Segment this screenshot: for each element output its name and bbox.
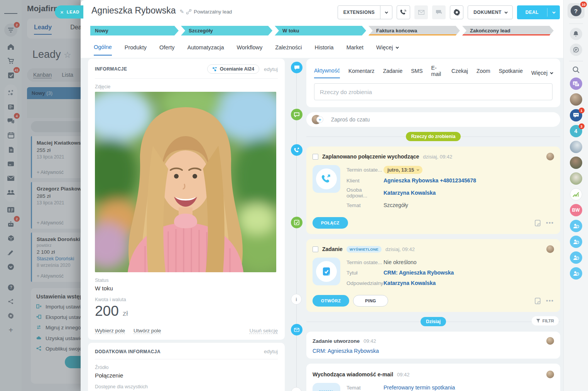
tab-sms[interactable]: SMS	[411, 68, 422, 78]
close-icon[interactable]: ×	[60, 9, 64, 15]
person-clock-avatar[interactable]	[570, 220, 582, 232]
tab-more[interactable]: Więcej	[531, 70, 553, 76]
lead-slider-tab[interactable]: × LEAD	[55, 5, 83, 19]
stage-faktura[interactable]: Faktura końcowa	[368, 26, 460, 35]
status-value[interactable]: W toku	[95, 285, 278, 292]
tab-wiecej[interactable]: Więcej	[376, 44, 398, 55]
responsible-link[interactable]: Katarzyna Kowalska	[384, 280, 436, 286]
complete-checkbox[interactable]	[313, 246, 318, 252]
ping-button[interactable]: PING	[353, 295, 388, 307]
email-subject-link[interactable]: Preferowany termin spotkania	[384, 384, 455, 391]
task-created-entry: Zadanie utworzone 09:42 CRM: Agnieszka R…	[306, 332, 560, 359]
amount-value[interactable]: 200	[95, 303, 119, 319]
chat-avatar[interactable]	[570, 141, 582, 153]
avatar[interactable]	[546, 371, 554, 378]
dokument-button[interactable]: DOKUMENT	[468, 5, 513, 19]
responsible-link[interactable]: Katarzyna Kowalska	[384, 190, 436, 196]
tab-workflowy[interactable]: Workflowy	[237, 44, 263, 55]
detail-tabs: Ogólne Produkty Oferty Automatyzacja Wor…	[81, 35, 563, 56]
lead-detail-panel: Agnieszka Rybowska ✎ Powtarzalny lead EX…	[81, 0, 563, 391]
help-button[interactable]: ? 10	[568, 3, 585, 19]
client-link[interactable]: Agnieszka Rybowska +48012345678	[384, 177, 476, 184]
tab-market[interactable]: Market	[346, 44, 363, 55]
tab-zoom[interactable]: Zoom	[476, 68, 490, 78]
more-actions-icon[interactable]: •••	[546, 220, 554, 226]
chat-avatar[interactable]	[570, 172, 582, 185]
edit-link[interactable]: edytuj	[264, 66, 278, 72]
tab-czekaj[interactable]: Czekaj	[451, 68, 468, 78]
chat-button[interactable]	[432, 5, 446, 19]
create-field-link[interactable]: Utwórz pole	[133, 328, 161, 334]
tab-produkty[interactable]: Produkty	[125, 44, 147, 55]
tab-zaleznosci[interactable]: Zależności	[275, 44, 302, 55]
tab-aktywnosc[interactable]: Aktywność	[314, 67, 340, 78]
complete-checkbox[interactable]	[313, 154, 318, 160]
extensions-button[interactable]: EXTENSIONS	[338, 5, 392, 19]
avatar[interactable]	[546, 153, 554, 160]
viewed-badge: WYŚWIETLONE	[346, 246, 382, 253]
stage-w-toku[interactable]: W toku	[275, 26, 366, 35]
todo-divider: Rzeczy do zrobienia	[306, 132, 560, 141]
counter-avatar[interactable]: 4 3	[570, 125, 582, 137]
filter-button[interactable]: FILTR	[532, 316, 559, 325]
invite-to-chat[interactable]: + Zaproś do czatu	[306, 112, 560, 127]
call-button[interactable]	[397, 5, 410, 19]
chat-avatar[interactable]	[570, 157, 582, 169]
settings-gear-button[interactable]	[450, 5, 463, 19]
source-value[interactable]: Połączenie	[95, 372, 278, 379]
contact-center-avatar[interactable]	[570, 78, 582, 90]
email-tile-icon	[313, 383, 340, 391]
link-icon[interactable]	[186, 9, 191, 14]
tab-oferty[interactable]: Oferty	[159, 44, 174, 55]
lead-photo	[95, 92, 276, 272]
user-avatar[interactable]	[570, 93, 582, 106]
tab-komentarz[interactable]: Komentarz	[348, 68, 375, 78]
stage-nowy[interactable]: Nowy	[90, 26, 179, 35]
ai-scoring-button[interactable]: Ocenianie AI24	[207, 64, 259, 74]
deal-button[interactable]: DEAL	[517, 5, 560, 19]
info-section: INFORMACJE Ocenianie AI24 edytuj Zdjęcie	[88, 59, 285, 340]
tab-zadanie[interactable]: Zadanie	[383, 68, 403, 78]
group-chat-avatar[interactable]: 1	[570, 109, 582, 121]
person-clock-avatar[interactable]	[570, 251, 582, 264]
tab-email[interactable]: E-mail	[431, 65, 443, 81]
tab-spotkanie[interactable]: Spotkanie	[499, 68, 523, 78]
open-button[interactable]: OTWÓRZ	[313, 295, 349, 307]
task-activity-card: Zadanie WYŚWIETLONE dzisiaj, 09:42 Termi…	[306, 239, 560, 312]
tab-ogolne[interactable]: Ogólne	[94, 44, 112, 56]
more-actions-icon[interactable]: •••	[546, 298, 554, 304]
feed-chat-icon[interactable]	[570, 44, 582, 56]
edit-pencil-icon[interactable]: ✎	[180, 8, 184, 15]
modal-overlay[interactable]	[0, 0, 81, 391]
bw-avatar[interactable]: BW	[570, 204, 582, 216]
stage-zakonczony[interactable]: Zakończony lead	[462, 26, 554, 35]
tab-historia[interactable]: Historia	[315, 44, 334, 55]
person-clock-avatar[interactable]	[570, 267, 582, 280]
chevron-down-icon	[550, 71, 553, 74]
call-activity-card: Zaplanowano połączenie wychodzące dzisia…	[306, 147, 560, 234]
task-title-link[interactable]: CRM: Agnieszka Rybowska	[384, 270, 454, 276]
note-icon[interactable]	[535, 298, 541, 304]
deadline-pill[interactable]: jutro, 13:15	[384, 166, 422, 174]
task-created-link[interactable]: CRM: Agnieszka Rybowska	[313, 348, 554, 354]
info-icon: i	[291, 294, 302, 305]
amount-label: Kwota i waluta	[95, 297, 278, 302]
todo-input[interactable]	[314, 83, 553, 100]
note-icon[interactable]	[535, 220, 541, 226]
chart-avatar[interactable]	[570, 188, 582, 201]
person-clock-avatar[interactable]	[570, 236, 582, 248]
connect-button[interactable]: POŁĄCZ	[313, 217, 348, 229]
mail-button[interactable]	[414, 5, 428, 19]
remove-section-link[interactable]: Usuń sekcję	[249, 328, 278, 334]
search-icon[interactable]	[572, 66, 580, 74]
funnel-icon	[536, 319, 540, 323]
notifications-bell-icon[interactable]	[570, 28, 582, 40]
task-check-icon	[291, 217, 302, 228]
avatar[interactable]	[546, 245, 554, 253]
stage-szczegoly[interactable]: Szczegóły	[181, 26, 272, 35]
edit-link[interactable]: edytuj	[264, 349, 278, 354]
avatar[interactable]	[546, 337, 554, 345]
tab-automatyzacja[interactable]: Automatyzacja	[187, 44, 224, 55]
amount-currency: zł	[123, 309, 128, 318]
choose-field-link[interactable]: Wybierz pole	[95, 328, 125, 334]
